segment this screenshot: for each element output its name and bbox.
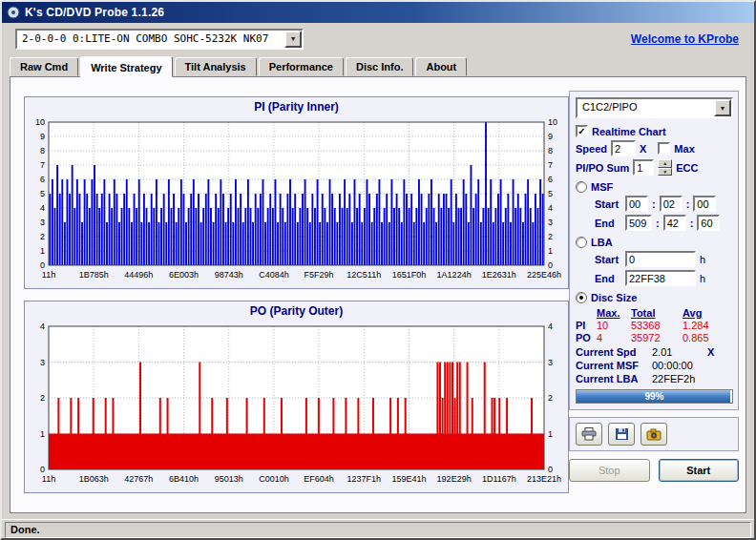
mode-select[interactable]: C1C2/PIPO ▼ bbox=[576, 97, 733, 118]
speed-label: Speed bbox=[576, 143, 607, 155]
svg-text:9: 9 bbox=[548, 132, 553, 141]
svg-text:1: 1 bbox=[548, 246, 553, 256]
lba-end-input[interactable] bbox=[625, 270, 696, 286]
printer-icon bbox=[581, 427, 597, 441]
msf-start-min[interactable] bbox=[625, 196, 648, 212]
svg-text:C4084h: C4084h bbox=[259, 270, 289, 280]
toolbar: 2-0-0-0 0:LITE-ON COMBO SOHC-5232K NK07 … bbox=[2, 23, 754, 55]
chevron-down-icon[interactable]: ▼ bbox=[284, 31, 302, 48]
svg-text:11h: 11h bbox=[42, 474, 55, 484]
svg-text:1E2631h: 1E2631h bbox=[482, 270, 516, 280]
tab-disc-info[interactable]: Disc Info. bbox=[346, 57, 414, 76]
max-speed-checkbox[interactable] bbox=[658, 142, 670, 155]
po-chart-box: PO (Parity Outer) 001122334411h1B063h427… bbox=[24, 301, 569, 493]
svg-text:9: 9 bbox=[40, 132, 45, 141]
snapshot-button[interactable] bbox=[640, 423, 667, 446]
current-spd-label: Current Spd bbox=[576, 346, 652, 358]
svg-text:98743h: 98743h bbox=[215, 270, 243, 280]
lba-start-label: Start bbox=[595, 254, 621, 265]
ecc-label: ECC bbox=[676, 162, 698, 174]
tab-write-strategy[interactable]: Write Strategy bbox=[80, 56, 172, 77]
start-button[interactable]: Start bbox=[659, 459, 740, 482]
svg-text:8: 8 bbox=[548, 146, 553, 156]
svg-text:7: 7 bbox=[548, 160, 553, 170]
svg-text:5: 5 bbox=[548, 189, 553, 198]
stats-header-max: Max. bbox=[597, 307, 631, 319]
svg-text:1D1167h: 1D1167h bbox=[482, 474, 516, 484]
stats-po-label: PO bbox=[576, 332, 597, 343]
device-select-value: 2-0-0-0 0:LITE-ON COMBO SOHC-5232K NK07 bbox=[17, 31, 284, 48]
svg-text:213E21h: 213E21h bbox=[527, 474, 561, 484]
lba-start-input[interactable] bbox=[625, 251, 696, 267]
svg-text:95013h: 95013h bbox=[215, 474, 243, 484]
status-bar: Done. bbox=[2, 519, 754, 538]
speed-unit-label: X bbox=[640, 143, 646, 155]
check-icon: ✓ bbox=[578, 126, 585, 136]
svg-text:C0010h: C0010h bbox=[259, 474, 289, 484]
svg-text:42767h: 42767h bbox=[124, 474, 153, 484]
current-spd-unit: X bbox=[707, 346, 733, 358]
svg-text:1: 1 bbox=[40, 429, 45, 439]
tab-performance[interactable]: Performance bbox=[259, 57, 344, 76]
svg-text:192E29h: 192E29h bbox=[437, 474, 472, 484]
pipo-sum-stepper[interactable]: ▲ ▼ bbox=[658, 159, 672, 176]
stop-button[interactable]: Stop bbox=[569, 459, 650, 482]
pipo-sum-input[interactable] bbox=[633, 159, 654, 176]
svg-text:10: 10 bbox=[35, 117, 45, 127]
svg-text:3: 3 bbox=[40, 218, 45, 227]
spin-down-icon[interactable]: ▼ bbox=[658, 168, 672, 177]
svg-text:1: 1 bbox=[548, 429, 553, 439]
progress-text: 99% bbox=[577, 391, 732, 402]
svg-text:10: 10 bbox=[548, 117, 557, 127]
device-select[interactable]: 2-0-0-0 0:LITE-ON COMBO SOHC-5232K NK07 … bbox=[15, 29, 304, 50]
window-title: K's CD/DVD Probe 1.1.26 bbox=[25, 6, 164, 19]
spin-up-icon[interactable]: ▲ bbox=[658, 159, 672, 168]
svg-text:7: 7 bbox=[40, 160, 45, 170]
msf-start-sec[interactable] bbox=[660, 196, 682, 212]
lba-end-unit: h bbox=[700, 273, 705, 284]
stats-pi-avg: 1.284 bbox=[682, 320, 724, 331]
disc-size-label: Disc Size bbox=[591, 292, 637, 303]
realtime-chart-checkbox[interactable]: ✓ bbox=[576, 125, 588, 137]
status-text: Done. bbox=[5, 522, 751, 538]
current-lba-label: Current LBA bbox=[576, 373, 652, 384]
svg-text:11h: 11h bbox=[42, 270, 55, 280]
title-bar: K's CD/DVD Probe 1.1.26 bbox=[2, 2, 754, 23]
svg-text:2: 2 bbox=[40, 393, 45, 403]
print-button[interactable] bbox=[576, 423, 602, 446]
msf-end-min[interactable] bbox=[625, 215, 652, 231]
pi-chart-title: PI (Parity Inner) bbox=[25, 100, 568, 116]
msf-radio[interactable] bbox=[576, 181, 587, 193]
stats-pi-total: 53368 bbox=[631, 320, 682, 331]
lba-radio[interactable] bbox=[576, 237, 587, 248]
chevron-down-icon[interactable]: ▼ bbox=[714, 99, 731, 116]
msf-end-frame[interactable] bbox=[697, 215, 720, 231]
stats-table: Max. Total Avg PI 10 53368 1.284 PO 4 35… bbox=[576, 307, 733, 343]
pi-chart: 00112233445566778899101011h1B785h44496h6… bbox=[26, 116, 567, 284]
svg-text:3: 3 bbox=[548, 218, 553, 227]
floppy-icon bbox=[615, 427, 629, 441]
welcome-link[interactable]: Welcome to KProbe bbox=[631, 32, 739, 46]
msf-label: MSF bbox=[591, 181, 613, 193]
tab-tilt-analysis[interactable]: Tilt Analysis bbox=[175, 57, 257, 76]
tab-about[interactable]: About bbox=[415, 57, 467, 76]
current-msf-label: Current MSF bbox=[576, 360, 652, 371]
msf-end-label: End bbox=[595, 218, 621, 229]
msf-end-sec[interactable] bbox=[663, 215, 686, 231]
svg-text:1A1224h: 1A1224h bbox=[437, 270, 472, 280]
tab-raw-cmd[interactable]: Raw Cmd bbox=[10, 57, 78, 76]
svg-text:6: 6 bbox=[40, 175, 45, 184]
lba-label: LBA bbox=[591, 237, 613, 248]
disc-size-radio[interactable] bbox=[576, 292, 587, 303]
tab-strip: Raw Cmd Write Strategy Tilt Analysis Per… bbox=[10, 55, 746, 76]
svg-text:1651F0h: 1651F0h bbox=[392, 270, 427, 280]
speed-input[interactable] bbox=[611, 140, 636, 156]
current-msf-value: 00:00:00 bbox=[652, 360, 707, 371]
save-button[interactable] bbox=[608, 423, 635, 446]
msf-start-frame[interactable] bbox=[693, 196, 716, 212]
app-icon bbox=[7, 6, 20, 19]
stats-pi-max: 10 bbox=[597, 320, 631, 331]
action-buttons: Stop Start bbox=[569, 459, 739, 482]
stats-pi-label: PI bbox=[576, 320, 597, 331]
svg-text:159E41h: 159E41h bbox=[391, 474, 426, 484]
